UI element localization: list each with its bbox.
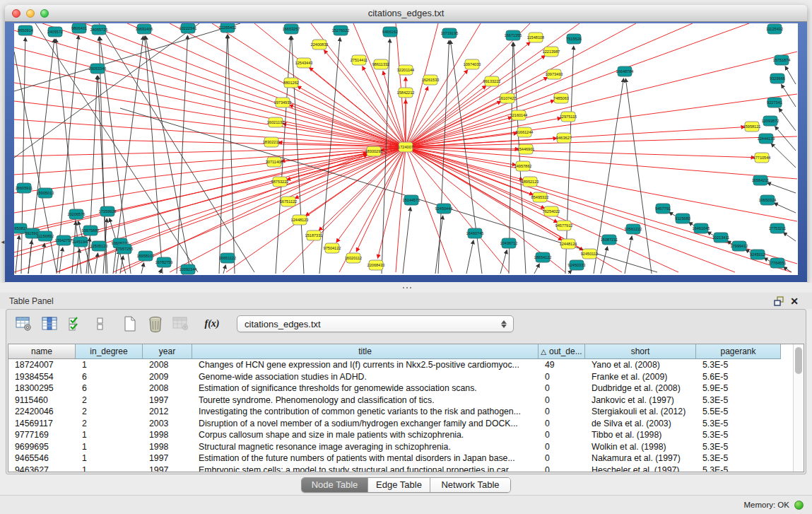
graph-node[interactable]: 15187331 <box>305 230 323 240</box>
graph-node[interactable]: 18302211 <box>263 137 280 147</box>
graph-node[interactable]: 22068433 <box>367 260 385 270</box>
window-titlebar[interactable]: citations_edges.txt <box>5 5 807 22</box>
table-row[interactable]: 1830029562008Estimation of significance … <box>8 382 793 395</box>
graph-node[interactable]: 16261533 <box>422 75 440 85</box>
table-settings-button[interactable] <box>13 314 35 334</box>
graph-node[interactable]: 17957255 <box>116 244 134 254</box>
create-new-column-button[interactable] <box>119 314 141 334</box>
graph-node[interactable]: 16020112 <box>345 253 362 263</box>
graph-node[interactable]: 18300295 <box>365 146 383 156</box>
graph-node[interactable]: 17710544 <box>753 153 771 163</box>
graph-node[interactable]: 13942757 <box>55 235 73 245</box>
graph-node[interactable]: 76254022 <box>543 206 560 216</box>
column-header-short[interactable]: short <box>585 344 696 359</box>
graph-node[interactable]: 91661244 <box>516 127 534 137</box>
graph-node[interactable]: 15842212 <box>397 88 415 98</box>
table-row[interactable]: 2242004622012Investigating the contribut… <box>8 406 793 418</box>
table-row[interactable]: 977716911998Corpus callosum shape and si… <box>8 429 793 441</box>
graph-node[interactable]: 9806401 <box>71 23 87 33</box>
graph-node[interactable]: 85495322 <box>531 192 549 202</box>
graph-node[interactable]: 12543443 <box>295 58 313 68</box>
graph-node[interactable]: 15276022 <box>332 25 350 35</box>
graph-node[interactable]: 1724007 <box>398 142 413 152</box>
graph-node[interactable]: 9463627 <box>556 133 572 143</box>
unselect-columns-button[interactable] <box>90 314 111 334</box>
graph-node[interactable]: 93561222 <box>625 224 642 234</box>
graph-node[interactable]: 15446901 <box>517 144 535 154</box>
graph-node[interactable]: 12444139 <box>758 134 775 144</box>
graph-node[interactable]: 30691406 <box>136 24 153 34</box>
graph-node[interactable]: 16107427 <box>499 93 517 103</box>
graph-node[interactable]: 9457791 <box>655 204 671 214</box>
float-panel-icon[interactable] <box>771 295 787 308</box>
graph-node[interactable]: 15144571 <box>403 195 420 205</box>
graph-node[interactable]: 16671355 <box>505 30 522 40</box>
table-row[interactable]: 1938455462009Genome-wide association stu… <box>8 371 793 383</box>
graph-node[interactable]: 14957862 <box>514 161 532 171</box>
graph-node[interactable]: 22265402 <box>219 23 237 33</box>
delete-columns-button[interactable] <box>145 314 166 334</box>
column-header-in-degree[interactable]: in_degree <box>76 344 143 359</box>
graph-node[interactable]: 9115680 <box>675 214 690 223</box>
graph-node[interactable]: 10650324 <box>759 195 777 205</box>
table-row[interactable]: 969969511998Structural magnetic resonanc… <box>8 441 793 453</box>
graph-node[interactable]: 12975115 <box>560 112 577 122</box>
graph-node[interactable]: 11548108 <box>527 33 544 42</box>
graph-node[interactable]: 16461045 <box>693 223 710 233</box>
graph-node[interactable]: 19734933 <box>274 98 292 107</box>
graph-node[interactable]: 92450444 <box>435 204 453 214</box>
table-row[interactable]: 946554611997Estimation of the future num… <box>8 452 793 465</box>
graph-node[interactable]: 6466162 <box>382 27 398 37</box>
graph-node[interactable]: 16782759 <box>155 257 173 267</box>
close-panel-icon[interactable]: ✕ <box>787 295 802 308</box>
graph-node[interactable]: 16021132 <box>267 117 284 127</box>
graph-node[interactable]: 16651122 <box>219 253 236 263</box>
graph-node[interactable]: 10392344 <box>180 264 197 274</box>
graph-node[interactable]: 99133222 <box>483 76 501 86</box>
graph-node[interactable]: 10973493 <box>546 69 563 79</box>
graph-node[interactable]: 24055725 <box>90 25 108 35</box>
graph-node[interactable]: 15087211 <box>601 235 618 245</box>
graph-node[interactable]: 98611332 <box>372 59 389 69</box>
graph-node[interactable]: 10222341 <box>180 23 197 33</box>
graph-node[interactable]: 16751122 <box>280 197 297 206</box>
graph-node[interactable]: 15905013 <box>37 188 54 198</box>
graph-node[interactable]: 17359928 <box>99 206 117 216</box>
graph-node[interactable]: 17753211 <box>769 223 786 233</box>
graph-node[interactable]: 8650914 <box>18 25 33 35</box>
graph-node[interactable]: 9227341 <box>767 98 782 107</box>
show-columns-button[interactable] <box>39 314 60 334</box>
graph-node[interactable]: 16584211 <box>752 175 769 185</box>
graph-node[interactable]: 16653257 <box>283 24 300 34</box>
graph-node[interactable]: 10719195 <box>441 28 459 38</box>
graph-node[interactable]: 94577912 <box>555 221 573 230</box>
graph-node[interactable]: 11125432 <box>766 24 783 34</box>
graph-node[interactable]: 29053346 <box>89 64 107 74</box>
graph-node[interactable]: 98753222 <box>271 177 289 187</box>
graph-node[interactable]: 16958107 <box>137 251 155 261</box>
graph-node[interactable]: 15958121 <box>743 122 761 132</box>
graph-node[interactable]: 10213411 <box>712 233 729 243</box>
tab-network-table[interactable]: Network Table <box>430 478 510 492</box>
graph-node[interactable]: 10974033 <box>464 59 481 69</box>
column-header-pagerank[interactable]: pagerank <box>696 344 781 359</box>
graph-node[interactable]: 12093872 <box>762 116 779 126</box>
table-row[interactable]: 1872400712008Changes of HCN gene express… <box>8 359 793 371</box>
column-header-title[interactable]: title <box>192 344 539 359</box>
graph-node[interactable]: 93975887 <box>82 226 100 235</box>
graph-node[interactable]: 17764551 <box>769 258 787 268</box>
graph-node[interactable]: 20206576 <box>68 209 86 219</box>
graph-node[interactable]: 15751874 <box>773 55 791 65</box>
graph-node[interactable]: 7485063 <box>553 93 569 103</box>
graph-node[interactable]: 92450112 <box>581 249 598 259</box>
graph-node[interactable]: 26605911 <box>16 183 33 193</box>
tab-edge-table[interactable]: Edge Table <box>368 478 430 492</box>
graph-node[interactable]: 12448123 <box>291 215 309 225</box>
graph-node[interactable]: 92450333 <box>568 260 586 270</box>
graph-node[interactable]: 97504122 <box>324 243 341 253</box>
table-row[interactable]: 911546021997Tourette syndrome. Phenomeno… <box>8 395 793 407</box>
graph-node[interactable]: 11156892 <box>37 231 54 241</box>
graph-node[interactable]: 12505123 <box>90 241 108 251</box>
graph-node[interactable]: 9245012 <box>750 250 765 259</box>
panel-collapse-arrow[interactable]: ◄ <box>0 239 6 245</box>
